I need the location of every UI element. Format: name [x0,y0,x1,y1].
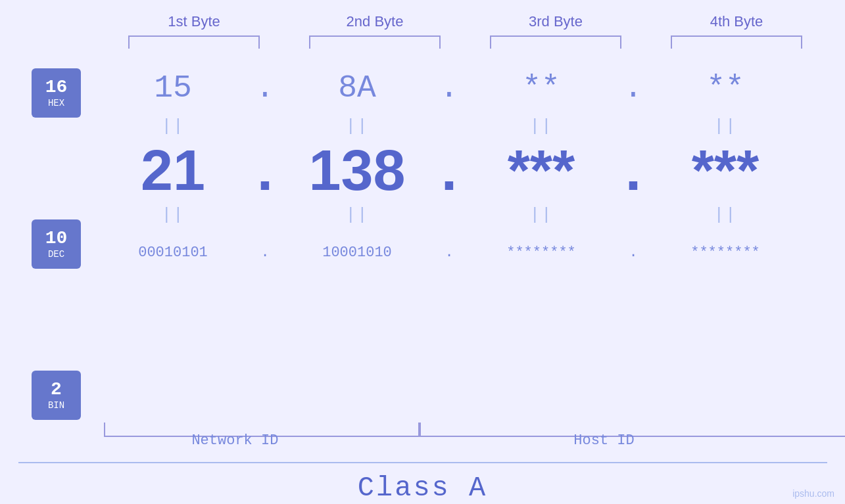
byte1-header: 1st Byte [122,13,266,30]
bin-badge-label: BIN [48,400,64,411]
dec-badge-label: DEC [48,249,64,260]
main-grid: 16 HEX 10 DEC 2 BIN 15 . [0,62,845,420]
dec-dot2: . [429,137,469,204]
hex-dot3: . [614,70,653,106]
equals-row-1: || || || || [101,114,845,137]
dec-row: 21 . 138 . *** . *** [101,137,845,203]
dec-val2: 138 [285,137,429,204]
bin-val4: ******** [653,244,798,261]
bin-val1: 00010101 [101,244,245,261]
byte-headers-row: 1st Byte 2nd Byte 3rd Byte 4th Byte [104,13,827,30]
bin-dot3: . [614,244,653,261]
eq1-val4: || [653,116,798,136]
dec-badge: 10 DEC [32,219,81,269]
bin-dot2: . [429,244,469,261]
bracket-byte4 [671,35,802,49]
eq1-val2: || [285,116,429,136]
bin-badge: 2 BIN [32,371,81,420]
bin-val3: ******** [469,244,614,261]
bracket-byte2 [309,35,441,49]
hex-badge-num: 16 [45,78,68,97]
hex-dot2: . [429,70,469,106]
dec-val1: 21 [101,137,245,204]
byte2-header: 2nd Byte [302,13,447,30]
network-id-label: Network ID [92,432,377,449]
eq2-val3: || [469,205,614,225]
dec-val4: *** [653,137,798,204]
dec-dot3: . [614,137,653,204]
badges-column: 16 HEX 10 DEC 2 BIN [32,62,81,420]
hex-dot1: . [245,70,285,106]
id-labels-row: Network ID Host ID [15,432,831,449]
eq2-val1: || [101,205,245,225]
eq1-val1: || [101,116,245,136]
bracket-byte3 [490,35,621,49]
bin-val2: 10001010 [285,244,429,261]
byte4-header: 4th Byte [664,13,809,30]
eq2-val4: || [653,205,798,225]
hex-val2: 8A [285,70,429,106]
hex-val3: ** [469,70,614,106]
eq2-val2: || [285,205,429,225]
hex-row: 15 . 8A . ** . ** [101,62,845,114]
bracket-byte1 [128,35,260,49]
bin-dot1: . [245,244,285,261]
class-divider [18,462,827,463]
bin-badge-num: 2 [51,380,62,399]
eq1-val3: || [469,116,614,136]
main-container: 1st Byte 2nd Byte 3rd Byte 4th Byte 16 H… [0,0,845,504]
watermark: ipshu.com [792,488,834,499]
hex-val1: 15 [101,70,245,106]
hex-badge-label: HEX [48,98,64,108]
bin-row: 00010101 . 10001010 . ******** . [101,226,845,279]
values-grid: 15 . 8A . ** . ** [101,62,845,279]
host-id-label: Host ID [378,432,831,449]
hex-val4: ** [653,70,798,106]
class-label: Class A [18,472,827,504]
dec-dot1: . [245,137,285,204]
dec-val3: *** [469,137,614,204]
byte3-header: 3rd Byte [483,13,628,30]
spacer [15,432,93,449]
equals-row-2: || || || || [101,203,845,226]
hex-badge: 16 HEX [32,68,81,118]
bottom-brackets-container [104,423,827,427]
top-brackets [104,35,827,49]
dec-badge-num: 10 [45,229,68,248]
class-section: Class A [18,462,827,504]
